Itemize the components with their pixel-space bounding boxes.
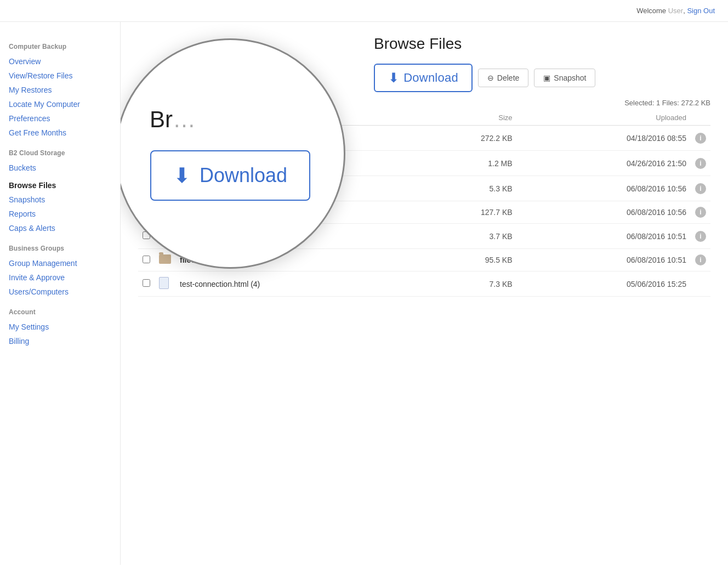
sidebar-item-preferences[interactable]: Preferences: [9, 112, 111, 125]
sidebar-item-get-free-months[interactable]: Get Free Months: [9, 126, 111, 139]
file-uploaded: 05/06/2016 15:25: [517, 271, 691, 297]
section-label-b2: B2 Cloud Storage: [9, 149, 111, 157]
file-uploaded: 06/08/2016 10:51: [517, 224, 691, 249]
table-row: test-connection.html (4)7.3 KB05/06/2016…: [138, 271, 710, 297]
file-uploaded: 06/08/2016 10:56: [517, 201, 691, 224]
file-checkbox[interactable]: [143, 256, 150, 263]
download-icon: ⬇: [388, 70, 399, 86]
file-size: 7.3 KB: [414, 271, 517, 297]
page-title: Browse Files: [374, 35, 710, 53]
file-size: 3.7 KB: [414, 224, 517, 249]
sign-out-link[interactable]: Sign Out: [687, 7, 715, 15]
delete-label: Delete: [497, 73, 519, 82]
sidebar-item-billing[interactable]: Billing: [9, 335, 111, 348]
info-button[interactable]: i: [695, 231, 706, 242]
sidebar-section-account: Account My Settings Billing: [9, 308, 111, 348]
sidebar-item-my-restores[interactable]: My Restores: [9, 83, 111, 97]
download-label: Download: [403, 71, 458, 85]
sidebar-item-reports[interactable]: Reports: [9, 207, 111, 220]
sidebar: Computer Backup Overview View/Restore Fi…: [0, 22, 121, 565]
col-header-size: Size: [414, 110, 517, 126]
file-uploaded: 04/18/2016 08:55: [517, 126, 691, 151]
sidebar-item-group-management[interactable]: Group Management: [9, 257, 111, 270]
file-size: 127.7 KB: [414, 201, 517, 224]
main-content: Br… ⬇ Download Browse Files ⬇ Download ⊖…: [121, 22, 728, 565]
sidebar-section-files: Browse Files Snapshots Reports Caps & Al…: [9, 179, 111, 235]
file-size: 95.5 KB: [414, 249, 517, 271]
info-button[interactable]: i: [695, 158, 706, 169]
col-header-info: [691, 110, 710, 126]
snapshot-icon: ▣: [543, 73, 550, 82]
file-size: 5.3 KB: [414, 176, 517, 201]
sidebar-item-invite-approve[interactable]: Invite & Approve: [9, 271, 111, 284]
sidebar-item-locate-computer[interactable]: Locate My Computer: [9, 98, 111, 111]
download-button[interactable]: ⬇ Download: [374, 64, 473, 92]
snapshot-label: Snapshot: [554, 73, 586, 82]
sidebar-item-browse-files[interactable]: Browse Files: [9, 179, 111, 192]
file-uploaded: 06/08/2016 10:56: [517, 176, 691, 201]
sidebar-item-my-settings[interactable]: My Settings: [9, 320, 111, 333]
info-button[interactable]: i: [695, 254, 706, 265]
section-label-computer-backup: Computer Backup: [9, 43, 111, 50]
sidebar-section-computer-backup: Computer Backup Overview View/Restore Fi…: [9, 43, 111, 139]
username: User: [668, 7, 683, 15]
sidebar-section-business: Business Groups Group Management Invite …: [9, 245, 111, 298]
sidebar-item-view-restore[interactable]: View/Restore Files: [9, 69, 111, 82]
sidebar-item-caps-alerts[interactable]: Caps & Alerts: [9, 222, 111, 235]
file-size: 1.2 MB: [414, 151, 517, 176]
file-checkbox[interactable]: [143, 279, 150, 287]
folder-icon: [159, 254, 171, 264]
welcome-text: Welcome: [636, 7, 666, 15]
top-bar: Welcome User , Sign Out: [0, 0, 728, 22]
magnifier-overlay: Br… ⬇ Download: [121, 38, 345, 269]
section-label-account: Account: [9, 308, 111, 316]
file-size: 272.2 KB: [414, 126, 517, 151]
sidebar-section-b2: B2 Cloud Storage Buckets: [9, 149, 111, 174]
magnifier-download-button[interactable]: ⬇ Download: [150, 150, 310, 201]
sidebar-item-users-computers[interactable]: Users/Computers: [9, 285, 111, 298]
info-button[interactable]: i: [695, 207, 706, 218]
sidebar-item-overview[interactable]: Overview: [9, 55, 111, 68]
section-label-business: Business Groups: [9, 245, 111, 252]
delete-icon: ⊖: [487, 73, 494, 82]
magnifier-title: Br…: [150, 106, 196, 133]
delete-button[interactable]: ⊖ Delete: [478, 69, 528, 87]
file-name: test-connection.html (4): [175, 271, 414, 297]
col-header-uploaded: Uploaded: [517, 110, 691, 126]
sidebar-item-buckets[interactable]: Buckets: [9, 161, 111, 174]
download-icon-big: ⬇: [173, 163, 191, 188]
file-uploaded: 06/08/2016 10:51: [517, 249, 691, 271]
file-uploaded: 04/26/2016 21:50: [517, 151, 691, 176]
info-button[interactable]: i: [695, 183, 706, 194]
file-icon: [159, 277, 169, 289]
magnifier-download-label: Download: [200, 164, 287, 187]
sidebar-item-snapshots[interactable]: Snapshots: [9, 193, 111, 206]
toolbar: ⬇ Download ⊖ Delete ▣ Snapshot: [374, 64, 710, 92]
info-button[interactable]: i: [695, 133, 706, 144]
snapshot-button[interactable]: ▣ Snapshot: [534, 69, 595, 87]
